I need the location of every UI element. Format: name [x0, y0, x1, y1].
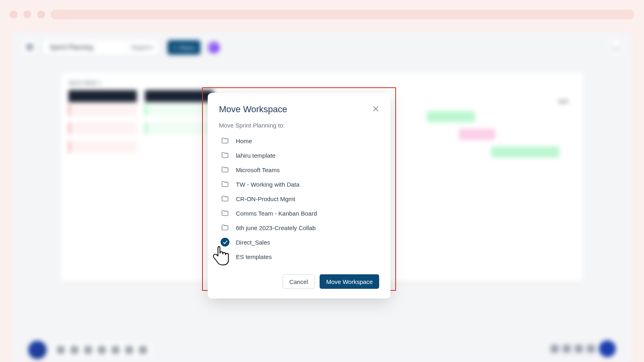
move-workspace-dialog: Move Workspace Move Sprint Planning to: …: [208, 93, 390, 298]
folder-row[interactable]: lahiru template: [219, 148, 379, 162]
share-button[interactable]: ● Share: [167, 40, 200, 55]
folder-label: TW - Working with Data: [236, 181, 299, 188]
tool-icon[interactable]: [111, 346, 120, 354]
add-fab[interactable]: [28, 341, 47, 359]
folder-row[interactable]: Home: [219, 134, 379, 148]
browser-chrome: [10, 10, 634, 19]
window-dot: [37, 10, 45, 19]
tool-icon[interactable]: [125, 346, 133, 354]
folder-row[interactable]: CR-ON-Product Mgmt: [219, 191, 379, 206]
cancel-button[interactable]: Cancel: [283, 274, 315, 289]
share-button-label: Share: [179, 44, 195, 51]
folder-icon: [221, 252, 229, 261]
title-bar: Sprint Planning Export ▾: [43, 39, 159, 56]
tool-icon[interactable]: [84, 346, 92, 354]
move-workspace-button[interactable]: Move Workspace: [320, 274, 379, 289]
refresh-button[interactable]: [608, 39, 624, 56]
folder-label: 6th june 2023-Creately Collab: [236, 224, 316, 231]
gantt-month-label: April: [558, 98, 568, 104]
dialog-subtitle: Move Sprint Planning to:: [219, 122, 379, 129]
selected-check-icon: [221, 238, 229, 247]
workspace-title: Sprint Planning: [50, 44, 122, 51]
folder-label: ES templates: [236, 253, 272, 260]
folder-row[interactable]: Microsoft Teams: [219, 162, 379, 177]
zoom-icon[interactable]: [551, 345, 559, 353]
tool-icon[interactable]: [139, 346, 147, 354]
dialog-title: Move Workspace: [219, 104, 287, 115]
folder-icon: [221, 151, 229, 160]
tool-icon[interactable]: [70, 346, 78, 354]
folder-icon: [221, 136, 229, 145]
folder-label: Home: [236, 138, 252, 144]
folder-icon: [221, 209, 229, 218]
folder-icon: [221, 223, 229, 232]
close-icon: [373, 106, 378, 111]
folder-row[interactable]: TW - Working with Data: [219, 177, 379, 191]
folder-list: Homelahiru templateMicrosoft TeamsTW - W…: [219, 134, 379, 264]
folder-icon: [221, 165, 229, 174]
zoom-icon[interactable]: [563, 345, 571, 353]
folder-row[interactable]: Direct_Sales: [219, 235, 379, 249]
folder-label: Microsoft Teams: [236, 167, 280, 173]
url-bar: [51, 10, 634, 19]
folder-label: CR-ON-Product Mgmt: [236, 195, 295, 202]
folder-row[interactable]: 6th june 2023-Creately Collab: [219, 220, 379, 235]
folder-row[interactable]: Comms Team - Kanban Board: [219, 206, 379, 220]
folder-icon: [221, 180, 229, 189]
tool-icon[interactable]: [57, 346, 65, 354]
folder-row[interactable]: ES templates: [219, 249, 379, 264]
canvas-board-label: Sprint Week 1: [68, 80, 101, 86]
close-button[interactable]: [372, 105, 379, 112]
zoom-icon[interactable]: [575, 345, 583, 353]
zoom-icon[interactable]: [587, 345, 595, 353]
window-dot: [10, 10, 18, 19]
folder-icon: [221, 194, 229, 203]
folder-label: Comms Team - Kanban Board: [236, 210, 317, 217]
tool-icon[interactable]: [98, 346, 106, 354]
folder-label: Direct_Sales: [236, 239, 270, 246]
tool-palette: [52, 342, 151, 358]
window-dot: [23, 10, 31, 19]
folder-label: lahiru template: [236, 152, 275, 159]
help-fab[interactable]: [599, 340, 616, 357]
export-button[interactable]: Export ▾: [132, 44, 153, 51]
avatar[interactable]: [208, 41, 220, 53]
bottom-toolbar: [12, 338, 632, 362]
menu-button[interactable]: [22, 39, 38, 56]
